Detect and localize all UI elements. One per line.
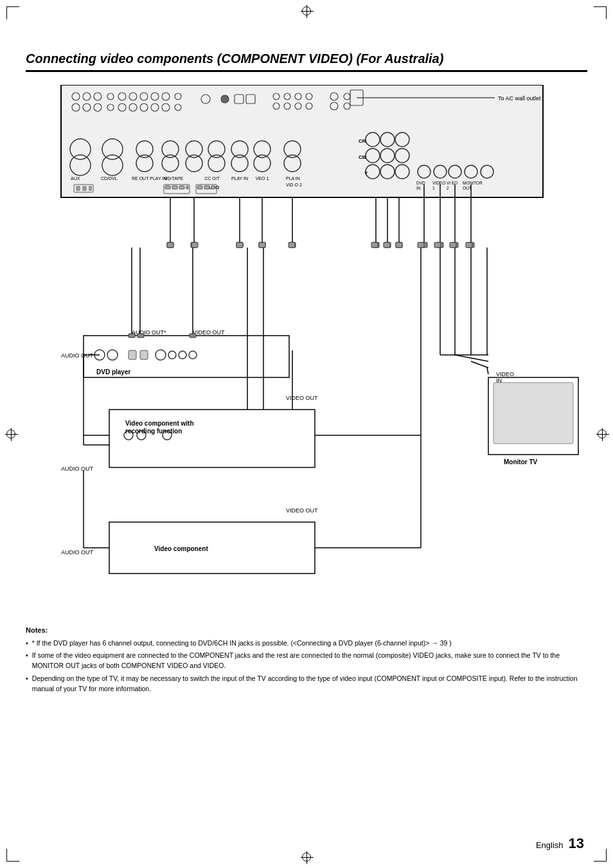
svg-rect-187 <box>167 242 173 248</box>
svg-text:DVD player: DVD player <box>96 368 130 375</box>
corner-tl <box>6 6 19 19</box>
svg-text:VIDEO OUT: VIDEO OUT <box>286 395 318 401</box>
svg-text:AUDIO OUT*: AUDIO OUT* <box>132 329 166 336</box>
notes-section: Notes: • * If the DVD player has 6 chann… <box>26 625 587 694</box>
note-item-3: • Depending on the type of TV, it may be… <box>26 674 587 694</box>
svg-text:CR: CR <box>359 138 366 144</box>
svg-text:CB: CB <box>359 154 366 160</box>
note-item-2: • If some of the video equipment are con… <box>26 651 587 671</box>
svg-text:VIDEO OUT: VIDEO OUT <box>286 507 318 514</box>
svg-rect-147 <box>190 334 196 338</box>
svg-text:DVD: DVD <box>416 181 425 185</box>
svg-rect-103 <box>197 186 202 189</box>
svg-text:PLA  IN: PLA IN <box>286 176 300 181</box>
page-footer: English 13 <box>536 835 584 852</box>
page-number: 13 <box>569 835 584 852</box>
svg-rect-105 <box>211 186 215 189</box>
svg-text:recording function: recording function <box>125 428 182 435</box>
crosshair-top <box>302 6 311 15</box>
corner-tr <box>594 6 607 19</box>
svg-text:2: 2 <box>447 186 449 190</box>
svg-rect-196 <box>434 242 441 248</box>
svg-rect-189 <box>236 242 243 248</box>
svg-text:AUDIO OUT: AUDIO OUT <box>61 549 94 556</box>
svg-text:OUT: OUT <box>463 186 472 190</box>
svg-text:VIDEO OUT: VIDEO OUT <box>193 329 225 336</box>
svg-line-186 <box>487 368 488 374</box>
svg-text:RE  OUT PLAY IN: RE OUT PLAY IN <box>132 176 166 181</box>
svg-rect-94 <box>76 186 80 191</box>
svg-text:IN: IN <box>496 377 502 384</box>
svg-rect-191 <box>289 242 295 248</box>
svg-line-185 <box>471 361 488 368</box>
svg-text:AUX: AUX <box>71 176 80 181</box>
svg-rect-165 <box>109 522 315 574</box>
note-item-1: • * If the DVD player has 6 channel outp… <box>26 638 587 649</box>
svg-text:VID  O 2: VID O 2 <box>286 183 302 187</box>
svg-text:CC O/T: CC O/T <box>204 176 220 181</box>
svg-rect-193 <box>384 242 390 248</box>
svg-rect-95 <box>82 186 87 191</box>
svg-text:AUDIO OUT: AUDIO OUT <box>61 466 94 472</box>
page-title: Connecting video components (COMPONENT V… <box>26 51 587 72</box>
svg-rect-175 <box>493 383 573 444</box>
crosshair-bottom <box>302 853 311 862</box>
svg-rect-101 <box>186 186 188 189</box>
svg-text:To AC wall outlet: To AC wall outlet <box>498 95 541 102</box>
svg-text:Video component with: Video component with <box>125 420 193 427</box>
svg-text:CD/DVL: CD/DVL <box>101 176 118 181</box>
page-content: Connecting video components (COMPONENT V… <box>26 51 587 696</box>
svg-line-184 <box>455 355 488 361</box>
svg-rect-99 <box>172 186 177 189</box>
svg-text:VI EO: VI EO <box>447 181 458 185</box>
crosshair-right <box>598 429 607 439</box>
svg-text:MD/TAPE: MD/TAPE <box>164 176 184 181</box>
svg-text:IN: IN <box>416 186 421 190</box>
svg-text:MONITOR: MONITOR <box>463 181 483 185</box>
crosshair-left <box>6 429 15 439</box>
svg-text:Y: Y <box>364 170 368 176</box>
svg-rect-194 <box>396 242 402 248</box>
svg-rect-197 <box>450 242 456 248</box>
svg-text:1: 1 <box>432 186 435 190</box>
svg-rect-192 <box>371 242 378 248</box>
language-label: English <box>536 840 564 850</box>
svg-text:PLAY IN: PLAY IN <box>231 176 248 181</box>
svg-rect-198 <box>466 242 472 248</box>
svg-rect-100 <box>179 186 184 189</box>
svg-rect-195 <box>418 242 424 248</box>
svg-rect-98 <box>165 186 170 189</box>
svg-text:Monitor TV: Monitor TV <box>504 458 538 466</box>
svg-rect-152 <box>109 410 315 467</box>
svg-point-22 <box>221 95 229 103</box>
svg-text:VIDEO: VIDEO <box>432 181 445 185</box>
svg-rect-133 <box>129 350 136 359</box>
notes-title: Notes: <box>26 625 587 636</box>
svg-rect-146 <box>138 334 144 338</box>
svg-text:AUDIO OUT: AUDIO OUT <box>61 352 94 359</box>
corner-br <box>594 849 607 862</box>
svg-text:Video component: Video component <box>154 545 208 552</box>
svg-rect-96 <box>89 186 92 191</box>
svg-rect-104 <box>204 186 209 189</box>
svg-text:VEO 1: VEO 1 <box>256 176 269 181</box>
main-diagram: To AC wall outlet <box>26 85 587 619</box>
corner-bl <box>6 849 19 862</box>
svg-text:VIDEO: VIDEO <box>496 371 514 377</box>
svg-rect-188 <box>191 242 198 248</box>
svg-rect-145 <box>129 334 135 338</box>
svg-rect-134 <box>140 350 148 359</box>
svg-rect-190 <box>259 242 265 248</box>
